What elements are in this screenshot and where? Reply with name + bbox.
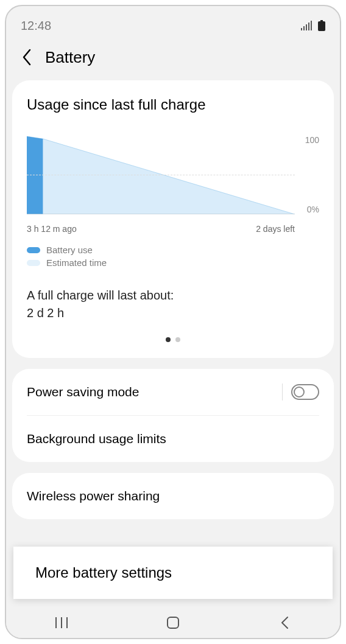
svg-marker-8 [27,136,43,214]
svg-rect-4 [311,21,312,30]
usage-card-title: Usage since last full charge [27,96,319,113]
status-time: 12:48 [21,19,51,33]
app-bar: Battery [6,40,340,80]
svg-rect-0 [301,28,302,30]
svg-rect-13 [168,617,178,628]
legend-label-est: Estimated time [46,257,107,268]
full-charge-value: 2 d 2 h [27,306,319,320]
back-button[interactable] [17,47,37,67]
pager[interactable] [27,337,319,342]
chart-legend: Battery use Estimated time [27,245,319,268]
status-bar: 12:48 [6,6,340,40]
svg-marker-7 [27,136,295,214]
svg-rect-2 [306,24,307,30]
chart-x-start: 3 h 12 m ago [27,224,77,234]
svg-rect-1 [303,26,305,30]
back-icon [21,49,32,66]
signal-icon [301,21,313,30]
legend-battery-use: Battery use [27,245,319,255]
settings-card-1: Power saving mode Background usage limit… [12,369,334,462]
pager-dot-1 [166,337,171,342]
legend-label-use: Battery use [46,245,93,255]
bg-limits-label: Background usage limits [27,432,166,446]
chart-gridline [27,175,295,175]
home-icon [166,616,180,629]
toggle-divider [282,383,283,401]
legend-pill-est [27,260,40,266]
navigation-bar [6,607,340,638]
svg-rect-6 [318,21,325,31]
more-battery-settings-label: More battery settings [35,564,172,581]
chart-y-min: 0% [296,205,319,214]
full-charge-label: A full charge will last about: [27,289,319,303]
power-saving-mode-item[interactable]: Power saving mode [27,369,319,415]
battery-icon [318,20,325,31]
nav-recents-button[interactable] [52,613,71,632]
usage-card: Usage since last full charge 100 0% 3 h … [12,80,334,358]
svg-rect-5 [320,20,323,21]
background-usage-limits-item[interactable]: Background usage limits [27,416,319,462]
legend-pill-use [27,247,40,253]
svg-rect-3 [308,23,309,30]
battery-chart[interactable]: 100 0% [27,135,319,220]
nav-home-button[interactable] [163,613,183,632]
legend-estimated: Estimated time [27,257,319,268]
pager-dot-2 [175,337,180,342]
nav-back-button[interactable] [275,613,294,632]
status-icons [301,20,325,31]
recents-icon [55,617,68,628]
page-title: Battery [45,48,95,67]
wireless-share-label: Wireless power sharing [27,489,160,503]
power-saving-toggle[interactable] [291,384,319,400]
more-battery-settings-button[interactable]: More battery settings [13,547,333,599]
chart-y-max: 100 [296,135,319,145]
nav-back-icon [280,616,289,629]
settings-card-2: Wireless power sharing [12,473,334,519]
chart-x-end: 2 days left [256,224,295,234]
power-saving-label: Power saving mode [27,385,139,399]
wireless-power-sharing-item[interactable]: Wireless power sharing [27,473,319,519]
